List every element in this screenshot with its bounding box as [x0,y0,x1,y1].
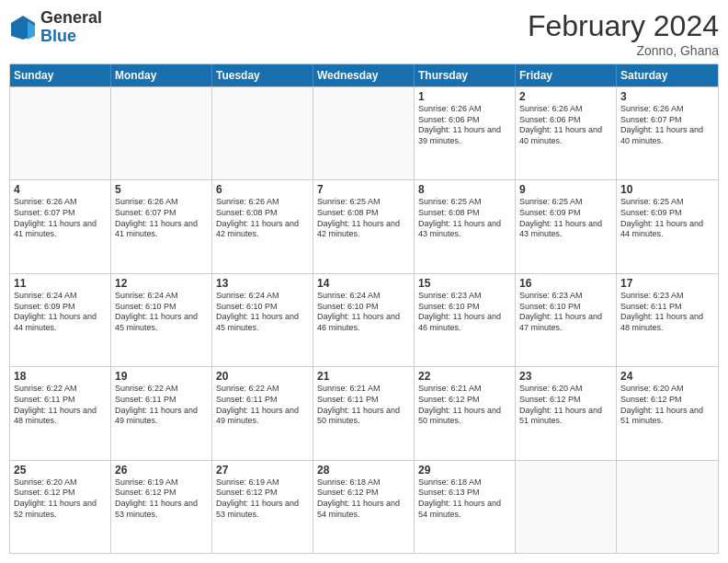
calendar-cell-23: 23Sunrise: 6:20 AM Sunset: 6:12 PM Dayli… [516,367,617,459]
calendar-cell-empty-4-5 [516,461,617,553]
cell-info: Sunrise: 6:26 AM Sunset: 6:06 PM Dayligh… [519,104,612,147]
calendar-row-0: 1Sunrise: 6:26 AM Sunset: 6:06 PM Daylig… [10,86,718,179]
calendar-cell-5: 5Sunrise: 6:26 AM Sunset: 6:07 PM Daylig… [111,180,212,272]
logo: General Blue [9,9,102,46]
calendar: SundayMondayTuesdayWednesdayThursdayFrid… [9,63,719,554]
calendar-cell-16: 16Sunrise: 6:23 AM Sunset: 6:10 PM Dayli… [516,274,617,366]
day-number: 28 [317,464,410,477]
calendar-cell-26: 26Sunrise: 6:19 AM Sunset: 6:12 PM Dayli… [111,461,212,553]
calendar-cell-empty-4-6 [617,461,718,553]
calendar-header-row: SundayMondayTuesdayWednesdayThursdayFrid… [10,64,718,86]
calendar-cell-19: 19Sunrise: 6:22 AM Sunset: 6:11 PM Dayli… [111,367,212,459]
calendar-cell-28: 28Sunrise: 6:18 AM Sunset: 6:12 PM Dayli… [313,461,415,553]
cell-info: Sunrise: 6:23 AM Sunset: 6:10 PM Dayligh… [418,291,511,334]
day-number: 23 [519,370,612,383]
calendar-cell-4: 4Sunrise: 6:26 AM Sunset: 6:07 PM Daylig… [10,180,111,272]
location-subtitle: Zonno, Ghana [528,43,719,58]
logo-blue-text: Blue [40,28,102,46]
calendar-cell-18: 18Sunrise: 6:22 AM Sunset: 6:11 PM Dayli… [10,367,111,459]
calendar-cell-20: 20Sunrise: 6:22 AM Sunset: 6:11 PM Dayli… [212,367,313,459]
cell-info: Sunrise: 6:21 AM Sunset: 6:12 PM Dayligh… [418,384,511,427]
cell-info: Sunrise: 6:25 AM Sunset: 6:08 PM Dayligh… [418,197,511,240]
header: General Blue February 2024 Zonno, Ghana [9,9,719,58]
page: General Blue February 2024 Zonno, Ghana … [0,0,728,563]
cell-info: Sunrise: 6:23 AM Sunset: 6:11 PM Dayligh… [620,291,714,334]
day-number: 5 [115,183,208,196]
header-day-wednesday: Wednesday [313,64,415,86]
calendar-cell-empty-0-1 [111,87,212,179]
day-number: 19 [115,370,208,383]
cell-info: Sunrise: 6:26 AM Sunset: 6:07 PM Dayligh… [620,104,714,147]
header-day-tuesday: Tuesday [212,64,313,86]
title-block: February 2024 Zonno, Ghana [528,9,719,58]
cell-info: Sunrise: 6:18 AM Sunset: 6:12 PM Dayligh… [317,477,410,521]
cell-info: Sunrise: 6:23 AM Sunset: 6:10 PM Dayligh… [519,291,612,334]
day-number: 27 [216,464,309,477]
cell-info: Sunrise: 6:22 AM Sunset: 6:11 PM Dayligh… [115,384,208,427]
calendar-cell-27: 27Sunrise: 6:19 AM Sunset: 6:12 PM Dayli… [212,461,313,553]
cell-info: Sunrise: 6:26 AM Sunset: 6:08 PM Dayligh… [216,197,309,240]
header-day-friday: Friday [516,64,617,86]
day-number: 10 [620,183,714,196]
day-number: 12 [115,277,208,290]
header-day-monday: Monday [111,64,212,86]
day-number: 26 [115,464,208,477]
day-number: 29 [418,464,511,477]
calendar-cell-15: 15Sunrise: 6:23 AM Sunset: 6:10 PM Dayli… [415,274,516,366]
calendar-cell-8: 8Sunrise: 6:25 AM Sunset: 6:08 PM Daylig… [415,180,516,272]
day-number: 18 [14,370,107,383]
day-number: 13 [216,277,309,290]
calendar-row-4: 25Sunrise: 6:20 AM Sunset: 6:12 PM Dayli… [10,460,718,553]
header-day-thursday: Thursday [415,64,516,86]
day-number: 6 [216,183,309,196]
month-title: February 2024 [528,9,719,43]
day-number: 20 [216,370,309,383]
cell-info: Sunrise: 6:24 AM Sunset: 6:10 PM Dayligh… [115,291,208,334]
calendar-body: 1Sunrise: 6:26 AM Sunset: 6:06 PM Daylig… [10,86,718,553]
logo-text: General Blue [40,9,102,46]
calendar-cell-24: 24Sunrise: 6:20 AM Sunset: 6:12 PM Dayli… [617,367,718,459]
calendar-cell-29: 29Sunrise: 6:18 AM Sunset: 6:13 PM Dayli… [415,461,516,553]
day-number: 2 [519,90,612,103]
header-day-saturday: Saturday [617,64,718,86]
cell-info: Sunrise: 6:19 AM Sunset: 6:12 PM Dayligh… [216,477,309,521]
calendar-cell-empty-0-2 [212,87,313,179]
day-number: 21 [317,370,410,383]
day-number: 22 [418,370,511,383]
calendar-row-1: 4Sunrise: 6:26 AM Sunset: 6:07 PM Daylig… [10,179,718,272]
cell-info: Sunrise: 6:20 AM Sunset: 6:12 PM Dayligh… [620,384,714,427]
calendar-row-3: 18Sunrise: 6:22 AM Sunset: 6:11 PM Dayli… [10,366,718,459]
logo-general-text: General [40,9,102,28]
logo-icon [9,14,37,41]
cell-info: Sunrise: 6:24 AM Sunset: 6:10 PM Dayligh… [216,291,309,334]
cell-info: Sunrise: 6:25 AM Sunset: 6:09 PM Dayligh… [519,197,612,240]
day-number: 1 [418,90,511,103]
cell-info: Sunrise: 6:26 AM Sunset: 6:06 PM Dayligh… [418,104,511,147]
calendar-cell-7: 7Sunrise: 6:25 AM Sunset: 6:08 PM Daylig… [313,180,415,272]
cell-info: Sunrise: 6:21 AM Sunset: 6:11 PM Dayligh… [317,384,410,427]
cell-info: Sunrise: 6:22 AM Sunset: 6:11 PM Dayligh… [14,384,107,427]
day-number: 8 [418,183,511,196]
day-number: 4 [14,183,107,196]
day-number: 16 [519,277,612,290]
day-number: 9 [519,183,612,196]
header-day-sunday: Sunday [10,64,111,86]
calendar-cell-3: 3Sunrise: 6:26 AM Sunset: 6:07 PM Daylig… [617,87,718,179]
calendar-row-2: 11Sunrise: 6:24 AM Sunset: 6:09 PM Dayli… [10,273,718,366]
cell-info: Sunrise: 6:24 AM Sunset: 6:10 PM Dayligh… [317,291,410,334]
day-number: 15 [418,277,511,290]
cell-info: Sunrise: 6:26 AM Sunset: 6:07 PM Dayligh… [14,197,107,240]
day-number: 7 [317,183,410,196]
cell-info: Sunrise: 6:24 AM Sunset: 6:09 PM Dayligh… [14,291,107,334]
day-number: 11 [14,277,107,290]
calendar-cell-empty-0-0 [10,87,111,179]
day-number: 14 [317,277,410,290]
calendar-cell-11: 11Sunrise: 6:24 AM Sunset: 6:09 PM Dayli… [10,274,111,366]
calendar-cell-12: 12Sunrise: 6:24 AM Sunset: 6:10 PM Dayli… [111,274,212,366]
calendar-cell-17: 17Sunrise: 6:23 AM Sunset: 6:11 PM Dayli… [617,274,718,366]
calendar-cell-14: 14Sunrise: 6:24 AM Sunset: 6:10 PM Dayli… [313,274,415,366]
cell-info: Sunrise: 6:20 AM Sunset: 6:12 PM Dayligh… [14,477,107,521]
calendar-cell-13: 13Sunrise: 6:24 AM Sunset: 6:10 PM Dayli… [212,274,313,366]
cell-info: Sunrise: 6:26 AM Sunset: 6:07 PM Dayligh… [115,197,208,240]
cell-info: Sunrise: 6:18 AM Sunset: 6:13 PM Dayligh… [418,477,511,521]
